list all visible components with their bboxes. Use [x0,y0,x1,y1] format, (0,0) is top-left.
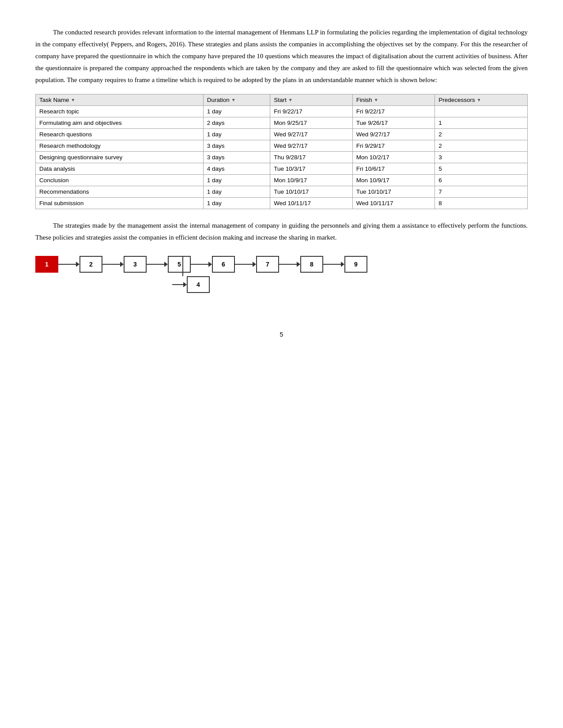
duration-header[interactable]: Duration ▼ [203,94,270,106]
node-1: 1 [35,256,58,273]
predecessors-header[interactable]: Predecessors ▼ [435,94,528,106]
table-cell-row5-col0: Data analysis [36,163,204,175]
node-9: 9 [344,256,367,273]
network-diagram: 1 2 3 5 6 [35,251,528,304]
table-cell-row3-col1: 3 days [203,140,270,152]
arrow-8-9 [323,262,344,267]
table-cell-row5-col1: 4 days [203,163,270,175]
table-cell-row0-col1: 1 day [203,106,270,117]
table-row: Final submission1 dayWed 10/11/17Wed 10/… [36,198,528,209]
table-row: Designing questionnaire survey3 daysThu … [36,152,528,163]
sort-arrow-duration: ▼ [231,98,236,102]
table-row: Conclusion1 dayMon 10/9/17Mon 10/9/176 [36,175,528,186]
table-cell-row3-col2: Wed 9/27/17 [270,140,352,152]
table-cell-row5-col3: Fri 10/6/17 [352,163,435,175]
table-cell-row5-col4: 5 [435,163,528,175]
node-7: 7 [256,256,279,273]
table-cell-row4-col3: Mon 10/2/17 [352,152,435,163]
table-cell-row8-col1: 1 day [203,198,270,209]
task-name-header[interactable]: Task Name ▼ [36,94,204,106]
table-cell-row6-col4: 6 [435,175,528,186]
table-cell-row0-col3: Fri 9/22/17 [352,106,435,117]
table-cell-row4-col1: 3 days [203,152,270,163]
node-6: 6 [212,256,235,273]
table-cell-row2-col2: Wed 9/27/17 [270,129,352,140]
table-row: Formulating aim and objectives2 daysMon … [36,117,528,129]
table-cell-row6-col3: Mon 10/9/17 [352,175,435,186]
table-cell-row0-col2: Fri 9/22/17 [270,106,352,117]
table-cell-row1-col1: 2 days [203,117,270,129]
arrow-1-2 [58,262,79,267]
table-cell-row3-col4: 2 [435,140,528,152]
table-cell-row4-col0: Designing questionnaire survey [36,152,204,163]
sort-arrow-predecessors: ▼ [477,98,481,102]
table-cell-row6-col1: 1 day [203,175,270,186]
table-cell-row7-col3: Tue 10/10/17 [352,186,435,198]
table-row: Recommendations1 dayTue 10/10/17Tue 10/1… [36,186,528,198]
table-cell-row8-col0: Final submission [36,198,204,209]
node-8: 8 [300,256,323,273]
table-cell-row1-col0: Formulating aim and objectives [36,117,204,129]
page-number: 5 [35,331,528,338]
table-cell-row4-col4: 3 [435,152,528,163]
branch-horiz-line [172,284,183,285]
arrow-7-8 [279,262,300,267]
table-cell-row5-col2: Tue 10/3/17 [270,163,352,175]
vertical-line [182,256,183,276]
table-row: Research topic1 dayFri 9/22/17Fri 9/22/1… [36,106,528,117]
sort-arrow-finish: ▼ [374,98,378,102]
table-row: Research methodology3 daysWed 9/27/17Fri… [36,140,528,152]
table-cell-row7-col4: 7 [435,186,528,198]
sort-arrow-task: ▼ [71,98,76,102]
table-cell-row6-col0: Conclusion [36,175,204,186]
table-cell-row8-col2: Wed 10/11/17 [270,198,352,209]
table-cell-row1-col4: 1 [435,117,528,129]
table-row: Data analysis4 daysTue 10/3/17Fri 10/6/1… [36,163,528,175]
arrow-2-3 [102,262,124,267]
table-row: Research questions1 dayWed 9/27/17Wed 9/… [36,129,528,140]
table-cell-row2-col3: Wed 9/27/17 [352,129,435,140]
table-cell-row7-col1: 1 day [203,186,270,198]
branch-horiz: 4 [171,276,210,293]
table-cell-row7-col0: Recommendations [36,186,204,198]
table-header-row: Task Name ▼ Duration ▼ Start ▼ [36,94,528,106]
finish-header[interactable]: Finish ▼ [352,94,435,106]
table-cell-row3-col3: Fri 9/29/17 [352,140,435,152]
branch-from-3: 4 [171,256,210,293]
table-cell-row8-col4: 8 [435,198,528,209]
table-cell-row2-col1: 1 day [203,129,270,140]
table-cell-row3-col0: Research methodology [36,140,204,152]
start-header[interactable]: Start ▼ [270,94,352,106]
table-cell-row1-col3: Tue 9/26/17 [352,117,435,129]
sort-arrow-start: ▼ [288,98,293,102]
task-table: Task Name ▼ Duration ▼ Start ▼ [35,94,528,209]
task-table-container: Task Name ▼ Duration ▼ Start ▼ [35,94,528,209]
arrow-6-7 [235,262,256,267]
table-cell-row2-col0: Research questions [36,129,204,140]
paragraph-1: The conducted research provides relevant… [35,26,528,86]
node-4: 4 [187,276,210,293]
paragraph-2: The strategies made by the management as… [35,220,528,244]
table-cell-row0-col0: Research topic [36,106,204,117]
node-2: 2 [79,256,102,273]
table-cell-row1-col2: Mon 9/25/17 [270,117,352,129]
node-3: 3 [124,256,147,273]
table-cell-row8-col3: Wed 10/11/17 [352,198,435,209]
table-cell-row2-col4: 2 [435,129,528,140]
branch-arrowhead [183,282,187,287]
table-cell-row6-col2: Mon 10/9/17 [270,175,352,186]
table-cell-row0-col4 [435,106,528,117]
arrow-3-5 [147,262,168,267]
table-cell-row4-col2: Thu 9/28/17 [270,152,352,163]
table-cell-row7-col2: Tue 10/10/17 [270,186,352,198]
